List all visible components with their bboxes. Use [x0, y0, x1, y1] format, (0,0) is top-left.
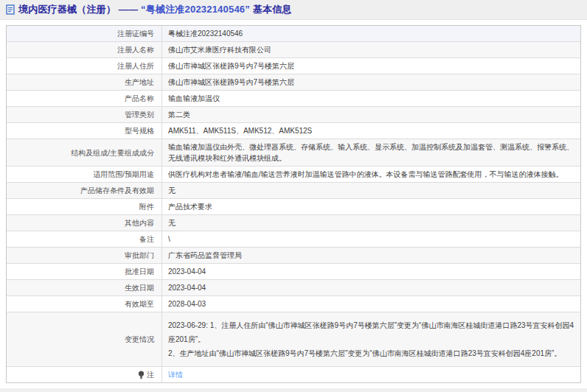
row-label: 审批部门	[7, 248, 162, 263]
row-label: 备注	[7, 231, 162, 247]
row-value: 无	[162, 215, 580, 231]
table-row: 其他内容无	[7, 215, 580, 231]
row-label: 变更情况	[7, 312, 162, 366]
details-link[interactable]: 详情	[168, 369, 574, 380]
row-value: 广东省药品监督管理局	[162, 248, 580, 263]
row-label-text: 变更情况	[125, 334, 154, 345]
row-label-text: 注册人住所	[117, 60, 154, 71]
row-value-text: 输血输液加温仪	[168, 93, 574, 104]
row-label: 产品储存条件及有效期	[7, 183, 162, 198]
row-label: 注册证编号	[7, 26, 162, 41]
row-value-text: 佛山市禅城区张槎路9号内7号楼第六层	[168, 77, 574, 88]
page-header: 境内医疗器械（注册） —— “粤械注准20232140546” 基本信息	[0, 0, 587, 20]
row-label: 型号规格	[7, 123, 162, 139]
table-row: 审批部门广东省药品监督管理局	[7, 248, 580, 264]
row-value: 详情	[162, 367, 580, 382]
table-row: 注册人名称佛山市艾米康医疗科技有限公司	[7, 42, 580, 58]
row-value: 2028-04-03	[162, 296, 580, 312]
row-label: 注册人住所	[7, 58, 162, 74]
row-label: 生效日期	[7, 280, 162, 295]
table-row: 注册证编号粤械注准20232140546	[7, 26, 580, 42]
row-label-text: 备注	[139, 234, 154, 245]
row-label-text: 附件	[139, 201, 154, 212]
row-value: \	[162, 231, 580, 247]
row-value-text: AMK511、AMK511S、AMK512、AMK512S	[168, 125, 574, 136]
table-row: 型号规格AMK511、AMK511S、AMK512、AMK512S	[7, 123, 580, 139]
row-label: 生产地址	[7, 74, 162, 90]
row-value-text: 无	[168, 217, 574, 228]
row-label: 结构及组成/主要组成成分	[7, 139, 162, 166]
row-label-text: 有效期至	[125, 298, 154, 309]
row-label-text: 注册人名称	[117, 44, 154, 55]
page-title: 境内医疗器械（注册） —— “粤械注准20232140546” 基本信息	[18, 3, 292, 16]
row-label-text: 注	[147, 369, 154, 380]
row-value: 无	[162, 183, 580, 198]
row-value: 粤械注准20232140546	[162, 26, 580, 41]
row-value-text: 供医疗机构对患者输液/输血/输送营养液时加温输送管路中的液体。本设备需与输送管路…	[168, 169, 574, 180]
row-label-text: 审批部门	[125, 250, 154, 261]
row-value: 2023-06-29: 1、注册人住所由“佛山市禅城区张槎路9号内7号楼第六层”…	[162, 312, 580, 366]
row-label-text: 管理类别	[125, 109, 154, 120]
table-row: 批准日期2023-04-04	[7, 264, 580, 280]
table-row: 适用范围/预期用途供医疗机构对患者输液/输血/输送营养液时加温输送管路中的液体。…	[7, 167, 580, 183]
table-row: 备注\	[7, 231, 580, 248]
row-value: 供医疗机构对患者输液/输血/输送营养液时加温输送管路中的液体。本设备需与输送管路…	[162, 167, 580, 182]
table-row: 生效日期2023-04-04	[7, 280, 580, 296]
table-row: 注册人住所佛山市禅城区张槎路9号内7号楼第六层	[7, 58, 580, 74]
row-value: 输血输液加温仪由外壳、微处理器系统、存储系统、输入系统、显示系统、加温控制系统及…	[162, 139, 580, 166]
table-row: 有效期至2028-04-03	[7, 296, 580, 312]
table-row: 附件产品技术要求	[7, 199, 580, 215]
bottom-strip	[0, 388, 587, 392]
row-label: 管理类别	[7, 107, 162, 122]
row-label-text: 其他内容	[125, 217, 154, 228]
row-value: 佛山市禅城区张槎路9号内7号楼第六层	[162, 58, 580, 74]
row-value: 产品技术要求	[162, 199, 580, 214]
row-value-text: 2023-04-04	[168, 266, 574, 277]
row-value-text: \	[168, 234, 574, 245]
table-row: 注详情	[7, 367, 580, 382]
row-value-text: 广东省药品监督管理局	[168, 250, 574, 261]
table-row: 生产地址佛山市禅城区张槎路9号内7号楼第六层	[7, 74, 580, 91]
row-label: 产品名称	[7, 91, 162, 106]
table-row: 产品储存条件及有效期无	[7, 183, 580, 199]
row-label: 注册人名称	[7, 42, 162, 57]
row-label-text: 产品名称	[125, 93, 154, 104]
row-label-text: 生效日期	[125, 282, 154, 293]
row-value: 2023-04-04	[162, 264, 580, 279]
row-value-text: 输血输液加温仪由外壳、微处理器系统、存储系统、输入系统、显示系统、加温控制系统及…	[168, 141, 574, 164]
table-row: 管理类别第二类	[7, 107, 580, 123]
row-label: 其他内容	[7, 215, 162, 231]
row-value: 第二类	[162, 107, 580, 122]
row-value-text: 无	[168, 185, 574, 196]
row-label-text: 注册证编号	[117, 28, 154, 39]
page-title-prefix: 境内医疗器械（注册） ——	[18, 4, 141, 15]
row-value: AMK511、AMK511S、AMK512、AMK512S	[162, 123, 580, 139]
row-label: 附件	[7, 199, 162, 214]
registration-info-table: 注册证编号粤械注准20232140546注册人名称佛山市艾米康医疗科技有限公司注…	[6, 25, 581, 383]
row-value-text: 粤械注准20232140546	[168, 28, 574, 39]
row-value-text: 佛山市艾米康医疗科技有限公司	[168, 44, 574, 55]
row-value: 输血输液加温仪	[162, 91, 580, 106]
row-value-text: 第二类	[168, 109, 574, 120]
row-label: 适用范围/预期用途	[7, 167, 162, 182]
row-value: 佛山市艾米康医疗科技有限公司	[162, 42, 580, 57]
table-row: 结构及组成/主要组成成分输血输液加温仪由外壳、微处理器系统、存储系统、输入系统、…	[7, 139, 580, 167]
row-label-text: 生产地址	[125, 77, 154, 88]
row-value-text: 2023-04-04	[168, 282, 574, 293]
row-label-text: 型号规格	[125, 125, 154, 136]
row-value-text: 佛山市禅城区张槎路9号内7号楼第六层	[168, 60, 574, 71]
row-label-text: 结构及组成/主要组成成分	[71, 147, 154, 158]
row-label: 注	[7, 367, 162, 382]
row-label-text: 批准日期	[125, 266, 154, 277]
row-value: 2023-04-04	[162, 280, 580, 295]
row-value-paragraph: 2、生产地址由“佛山市禅城区张槎路9号内7号楼第六层”变更为“佛山市南海区桂城街…	[168, 346, 574, 360]
row-value-text: 产品技术要求	[168, 201, 574, 212]
page-title-suffix: 基本信息	[250, 4, 292, 15]
row-label: 有效期至	[7, 296, 162, 312]
table-row: 产品名称输血输液加温仪	[7, 91, 580, 107]
row-label-text: 产品储存条件及有效期	[80, 185, 154, 196]
row-label-text: 适用范围/预期用途	[93, 169, 154, 180]
row-value-paragraph: 2023-06-29: 1、注册人住所由“佛山市禅城区张槎路9号内7号楼第六层”…	[168, 318, 574, 346]
document-icon	[6, 4, 15, 15]
registration-number: “粤械注准20232140546”	[141, 4, 250, 15]
